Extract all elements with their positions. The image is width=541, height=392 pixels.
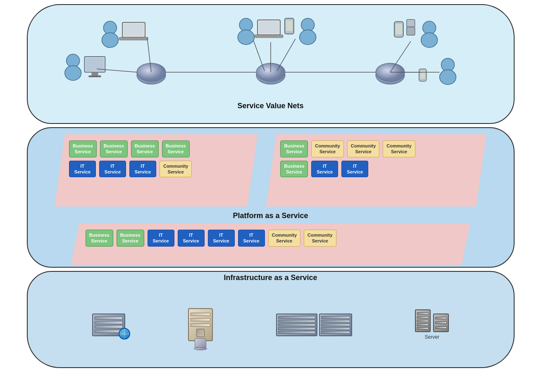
it-service-box: ITService	[341, 161, 368, 178]
paas-left-pane: BusinessService BusinessService Business…	[55, 134, 257, 207]
it-service-box: ITService	[208, 230, 235, 247]
blade-icon-2	[319, 314, 352, 336]
business-service-box: BusinessService	[100, 140, 128, 157]
community-service-box: CommunityService	[383, 140, 415, 157]
community-service-box: CommunityService	[160, 161, 192, 178]
paas-upper-panes: BusinessService BusinessService Business…	[55, 134, 486, 207]
it-service-box: ITService	[178, 230, 205, 247]
it-service-box: ITService	[69, 161, 96, 178]
svg-rect-4	[119, 37, 148, 40]
blade-icon	[276, 314, 317, 336]
infra-content: Server	[28, 282, 514, 367]
community-service-box: CommunityService	[268, 230, 301, 247]
cloud-service-value-nets: Service Value Nets	[27, 4, 515, 124]
svg-line-28	[276, 39, 295, 71]
paas-left-row2: ITService ITService ITService CommunityS…	[69, 161, 243, 178]
infra-tower	[188, 308, 213, 341]
business-service-box: BusinessService	[86, 230, 113, 247]
paas-right-row1: BusinessService CommunityService Communi…	[280, 140, 472, 157]
paas-bottom-pane: BusinessService BusinessService ITServic…	[71, 223, 470, 265]
it-service-box: ITService	[311, 161, 338, 178]
business-service-box: BusinessService	[280, 140, 308, 157]
it-service-box: ITService	[148, 230, 174, 247]
it-service-box: ITService	[238, 230, 265, 247]
svg-point-23	[299, 30, 316, 45]
paas-right-row2: BusinessService ITService ITService	[280, 161, 472, 178]
svg-point-39	[439, 70, 456, 85]
paas-bottom-row1: BusinessService BusinessService ITServic…	[86, 230, 456, 247]
paas-inner: BusinessService BusinessService Business…	[28, 128, 514, 267]
svg-rect-31	[406, 19, 415, 27]
paas-right-pane: BusinessService CommunityService Communi…	[266, 134, 486, 207]
infra-blade	[276, 314, 352, 336]
iaas-label: Infrastructure as a Service	[224, 273, 317, 282]
community-service-box: CommunityService	[347, 140, 380, 157]
business-service-box: BusinessService	[162, 140, 190, 157]
svg-rect-9	[91, 72, 98, 76]
business-service-box: BusinessService	[117, 230, 144, 247]
svn-label: Service Value Nets	[237, 102, 303, 110]
svg-line-27	[253, 40, 265, 71]
svg-point-1	[102, 33, 118, 48]
server-label: Server	[425, 334, 439, 340]
main-container: Service Value Nets BusinessService Busin…	[0, 0, 541, 392]
svg-rect-3	[124, 24, 144, 36]
svg-point-34	[422, 21, 436, 34]
paas-left-row1: BusinessService BusinessService Business…	[69, 140, 243, 157]
svg-point-35	[421, 33, 437, 48]
small-server-1	[415, 309, 431, 332]
svg-point-15	[239, 18, 253, 31]
svg-rect-37	[420, 71, 425, 79]
svg-rect-32	[406, 27, 415, 35]
business-service-box: BusinessService	[131, 140, 159, 157]
svg-rect-19	[254, 35, 283, 38]
svg-point-38	[441, 58, 454, 71]
paas-label: Platform as a Service	[233, 211, 308, 220]
cloud-platform-as-a-service: BusinessService BusinessService Business…	[27, 127, 515, 268]
it-service-box: ITService	[99, 161, 126, 178]
svg-rect-30	[395, 24, 402, 34]
community-service-box: CommunityService	[311, 140, 344, 157]
svg-rect-18	[259, 21, 279, 33]
svg-point-22	[301, 18, 314, 31]
business-service-box: BusinessService	[69, 140, 97, 157]
svn-network	[28, 5, 514, 100]
community-service-box: CommunityService	[304, 230, 336, 247]
svg-rect-21	[286, 20, 292, 31]
servers-group	[415, 309, 449, 332]
business-service-box: BusinessService	[280, 161, 308, 178]
svg-rect-10	[88, 76, 101, 77]
it-service-box: ITService	[129, 161, 156, 178]
svg-point-0	[103, 21, 117, 34]
svg-point-6	[64, 66, 81, 81]
infra-rack-globe	[92, 314, 125, 336]
cloud-infrastructure-as-a-service: Infrastructure as a Service	[27, 271, 515, 368]
infra-servers: Server	[415, 309, 449, 340]
svg-point-16	[238, 30, 254, 45]
svg-point-5	[66, 54, 79, 67]
small-server-2	[433, 314, 449, 332]
